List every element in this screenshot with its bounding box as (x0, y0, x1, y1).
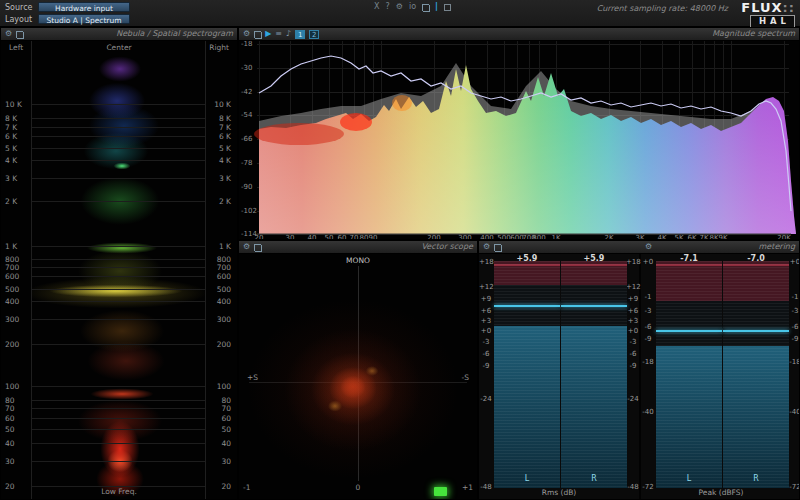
help-icon[interactable]: ? (385, 3, 389, 11)
freq-gridline (32, 136, 205, 137)
channel-label: R (723, 475, 789, 483)
panel-settings-icon[interactable]: ⚙ (243, 243, 250, 251)
meter-bar-icon[interactable]: | (435, 3, 438, 11)
spectrum-header: ⚙ ▶ ≡ ♪ 1 2 Magnitude spectrum (239, 28, 799, 41)
freq-tick-label: 600 (5, 273, 19, 281)
toolbar-icon-strip: X ? ⚙ io | (374, 3, 451, 11)
nebula-spectral-blob (32, 41, 205, 499)
list-icon[interactable]: ≡ (275, 30, 282, 38)
page-2-button[interactable]: 2 (309, 30, 319, 39)
flux-logo-colon: :: (783, 0, 795, 15)
layout-select-button[interactable]: Studio A | Spectrum (38, 14, 130, 24)
fullscreen-icon[interactable] (422, 4, 429, 11)
panel-expand-icon[interactable] (494, 244, 501, 251)
window-icon[interactable] (444, 4, 451, 11)
freq-tick-label: 20 (5, 483, 15, 491)
panel-settings-icon[interactable]: ⚙ (483, 243, 490, 251)
meter-scale-label: -24 (479, 396, 493, 403)
meter-scale-label: +12 (479, 284, 493, 291)
freq-gridline (32, 344, 205, 345)
freq-gridline (32, 319, 205, 320)
meter-scale-label: +6 (479, 308, 493, 315)
meter-value-marker (723, 330, 789, 332)
freq-tick-label: 6 K (219, 133, 231, 141)
source-label: Source (5, 4, 32, 12)
meter-caption: Rms (dB) (479, 489, 639, 497)
page-1-button[interactable]: 1 (295, 30, 305, 39)
metering-title: metering (759, 243, 795, 251)
freq-gridline (32, 104, 205, 105)
freq-tick-label: 300 (217, 316, 231, 324)
freq-gridline (32, 408, 205, 409)
meter-texture (561, 261, 627, 488)
freq-tick-label: 8 K (5, 115, 17, 123)
meter-texture (494, 261, 560, 488)
note-icon[interactable]: ♪ (286, 30, 291, 38)
meter-scale-label: -6 (626, 351, 640, 358)
spectrum-canvas[interactable]: -18-30-42-54-66-78-90-102-11420304050607… (239, 41, 799, 239)
vectorscope-canvas[interactable]: MONO +S -S -1 0 +1 (239, 254, 477, 499)
source-select-button[interactable]: Hardware input (38, 2, 130, 12)
freq-tick-label: 8 K (219, 115, 231, 123)
panel-settings-icon[interactable]: ⚙ (243, 30, 250, 38)
meter-scale-label: +12 (626, 284, 640, 291)
freq-tick-label: 10 K (5, 101, 22, 109)
channel-right-label: Right (209, 44, 229, 52)
freq-tick-label: 600 (217, 273, 231, 281)
vectorscope-title: Vector scope (422, 243, 474, 251)
freq-tick-label: 100 (5, 383, 19, 391)
hal-logo: HAL (750, 15, 795, 28)
freq-tick-label: 700 (5, 264, 19, 272)
settings-gear-icon[interactable]: ⚙ (396, 3, 403, 11)
meter-texture (723, 261, 789, 488)
vectorscope-panel: ⚙ Vector scope MONO +S -S -1 0 +1 (238, 240, 478, 500)
freq-tick-label: 100 (217, 383, 231, 391)
freq-tick-label: 3 K (5, 175, 17, 183)
freq-tick-label: 60 (221, 415, 231, 423)
meter-scale-label: -6 (788, 324, 799, 331)
meter-scale-label: +0 (788, 259, 799, 266)
layout-label: Layout (5, 16, 32, 24)
freq-tick-label: 50 (5, 426, 15, 434)
freq-tick-label: 7 K (5, 124, 17, 132)
meter-scale-label: +0 (626, 328, 640, 335)
metering-canvas: +5.9 +5.9 +18+12+9+6+3+0-3-6-9-24-48 +18… (479, 254, 799, 499)
minus-s-label: -S (462, 374, 469, 382)
flux-logo: FLUX:: (741, 1, 795, 14)
close-icon[interactable]: X (374, 3, 379, 11)
panel-settings-icon[interactable]: ⚙ (645, 243, 652, 251)
panel-expand-icon[interactable] (254, 244, 261, 251)
freq-tick-label: 200 (5, 341, 19, 349)
meter-scale-label: -6 (641, 324, 655, 331)
freq-gridline (32, 289, 205, 290)
freq-tick-label: 5 K (219, 145, 231, 153)
freq-tick-label: 2 K (5, 198, 17, 206)
freq-gridline (32, 118, 205, 119)
play-icon[interactable]: ▶ (265, 30, 271, 38)
freq-gridline (32, 418, 205, 419)
app-window: Source Hardware input Layout Studio A | … (0, 0, 800, 500)
panel-expand-icon[interactable] (254, 31, 261, 38)
io-icon[interactable]: io (409, 3, 416, 11)
freq-tick-label: 400 (217, 298, 231, 306)
meter-scale-label: -6 (479, 351, 493, 358)
freq-gridline (32, 259, 205, 260)
spectrum-hot-spot (254, 123, 344, 145)
nebula-canvas[interactable]: Left Center Right Low Freq. 10 K10 K8 K8… (1, 41, 237, 499)
freq-tick-label: 30 (5, 458, 15, 466)
plus-s-label: +S (247, 374, 258, 382)
freq-tick-label: 300 (5, 316, 19, 324)
meter-scale-label: -40 (788, 409, 799, 416)
freq-tick-label: 7 K (219, 124, 231, 132)
nebula-header: ⚙ Nebula / Spatial spectrogram (1, 28, 237, 41)
meter-scale-label: -3 (479, 339, 493, 346)
panel-expand-icon[interactable] (16, 31, 23, 38)
freq-gridline (32, 276, 205, 277)
panel-settings-icon[interactable]: ⚙ (5, 30, 12, 38)
meter-scale-label: -18 (641, 359, 655, 366)
freq-tick-label: 3 K (219, 175, 231, 183)
freq-tick-label: 4 K (219, 157, 231, 165)
freq-tick-label: 6 K (5, 133, 17, 141)
freq-tick-label: 70 (221, 405, 231, 413)
metering-header: ⚙ ⚙ metering (479, 241, 799, 254)
